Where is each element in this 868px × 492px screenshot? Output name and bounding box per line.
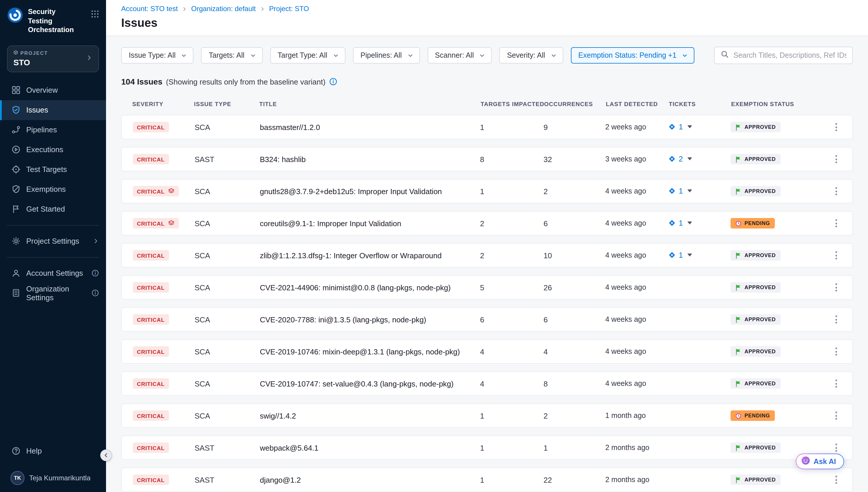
severity-label: CRITICAL [137,284,164,291]
ask-ai-button[interactable]: Ask AI [795,453,844,469]
ticket-expand-caret-icon[interactable] [687,253,692,256]
last-detected-cell: 2 weeks ago [605,123,668,131]
filter-issue-type[interactable]: Issue Type: All [121,47,194,64]
issue-title-link[interactable]: coreutils@9.1-1: Improper Input Validati… [260,219,480,228]
module-grid-icon[interactable] [91,10,99,20]
row-menu-button[interactable] [829,120,843,134]
row-menu-button[interactable] [829,313,843,326]
results-summary: 104 Issues (Showing results only from th… [121,77,853,86]
executions-icon [12,145,20,154]
severity-cell: CRITICAL [133,186,194,196]
ticket-link[interactable]: 1 [668,218,692,227]
table-row[interactable]: CRITICAL SCA CVE-2019-10746: mixin-deep@… [121,339,853,364]
ticket-link[interactable]: 1 [668,122,692,131]
ticket-link[interactable]: 2 [668,154,692,163]
targets-impacted-cell: 6 [480,315,544,324]
row-menu-button[interactable] [829,441,843,455]
breadcrumb-project[interactable]: Project: STO [269,5,309,13]
filter-target-type[interactable]: Target Type: All [270,47,345,64]
filter-pipelines[interactable]: Pipelines: All [353,47,420,64]
sidebar-item-executions[interactable]: Executions [0,140,106,160]
info-icon[interactable] [91,290,99,297]
row-menu-button[interactable] [829,248,843,262]
sidebar-item-account-settings[interactable]: Account Settings [0,264,106,283]
project-name: STO [14,58,86,67]
sidebar-item-label: Get Started [26,205,65,214]
row-menu-button[interactable] [829,184,843,198]
row-menu-button[interactable] [829,280,843,294]
exemption-status-cell: APPROVED [731,442,829,453]
user-menu[interactable]: TK Teja Kummarikuntla [0,466,106,485]
table-row[interactable]: CRITICAL SAST django@1.2 1 22 2 months a… [121,468,853,492]
sidebar-collapse-button[interactable] [100,449,112,461]
help-button[interactable]: Help [0,441,106,461]
table-row[interactable]: CRITICAL SCA swig//1.4.2 1 2 1 month ago… [121,403,853,428]
issue-title-link[interactable]: CVE-2021-44906: minimist@0.0.8 (lang-pkg… [260,283,480,292]
sidebar-item-issues[interactable]: Issues [0,100,106,120]
exemption-status-badge: APPROVED [731,442,780,453]
issue-title-link[interactable]: zlib@1:1.2.13.dfsg-1: Integer Overflow o… [260,251,480,260]
table-row[interactable]: CRITICAL SCA gnutls28@3.7.9-2+deb12u5: I… [121,179,853,203]
table-row[interactable]: CRITICAL SAST B324: hashlib 8 32 3 weeks… [121,147,853,171]
sidebar-item-exemptions[interactable]: Exemptions [0,179,106,199]
project-selector[interactable]: PROJECT STO [7,46,99,72]
issue-title-link[interactable]: CVE-2019-10746: mixin-deep@1.3.1 (lang-p… [260,347,480,356]
issue-title-link[interactable]: gnutls28@3.7.9-2+deb12u5: Improper Input… [260,187,480,196]
sidebar-item-label: Account Settings [26,269,83,278]
table-row[interactable]: CRITICAL SCA CVE-2021-44906: minimist@0.… [121,275,853,300]
row-menu-button[interactable] [829,345,843,359]
table-row[interactable]: CRITICAL SCA bassmaster//1.2.0 1 9 2 wee… [121,115,853,139]
issue-title-link[interactable]: CVE-2019-10747: set-value@0.4.3 (lang-pk… [260,379,480,388]
info-icon[interactable] [329,77,337,86]
row-menu-button[interactable] [829,216,843,230]
sidebar-item-organization-settings[interactable]: Organization Settings [0,283,106,303]
breadcrumb-organization[interactable]: Organization: default [191,5,256,13]
ticket-expand-caret-icon[interactable] [687,221,692,224]
breadcrumb-account[interactable]: Account: STO test [121,5,178,13]
severity-label: CRITICAL [137,156,164,162]
severity-badge: CRITICAL [133,250,169,261]
exemption-status-badge: APPROVED [731,474,780,485]
project-selector-label: PROJECT [20,50,48,56]
row-menu-button[interactable] [829,152,843,166]
info-icon[interactable] [91,270,99,277]
issue-title-link[interactable]: bassmaster//1.2.0 [260,123,480,131]
issue-title-link[interactable]: CVE-2020-7788: ini@1.3.5 (lang-pkgs, nod… [260,315,480,324]
issue-title-link[interactable]: swig//1.4.2 [260,411,480,420]
last-detected-cell: 3 weeks ago [605,155,668,163]
table-row[interactable]: CRITICAL SCA CVE-2020-7788: ini@1.3.5 (l… [121,307,853,332]
sidebar-item-test-targets[interactable]: Test Targets [0,160,106,179]
sidebar-item-project-settings[interactable]: Project Settings [0,231,106,251]
ticket-link[interactable]: 1 [668,186,692,195]
ticket-link[interactable]: 1 [668,250,692,259]
filter-label: Exemption Status: Pending +1 [578,51,676,59]
table-row[interactable]: CRITICAL SAST webpack@5.64.1 1 1 2 month… [121,436,853,460]
issue-title-link[interactable]: django@1.2 [260,475,480,484]
help-label: Help [26,446,42,455]
table-row[interactable]: CRITICAL SCA coreutils@9.1-1: Improper I… [121,211,853,236]
col-header-severity: SEVERITY [132,101,194,107]
search-box [714,47,853,64]
main-panel: Account: STO test Organization: default … [106,0,868,492]
filter-exemption-status[interactable]: Exemption Status: Pending +1 [571,47,694,64]
filter-severity[interactable]: Severity: All [500,47,563,64]
filter-scanner[interactable]: Scanner: All [427,47,492,64]
ticket-expand-caret-icon[interactable] [687,189,692,192]
ticket-expand-caret-icon[interactable] [687,125,692,128]
search-input[interactable] [733,51,846,59]
table-row[interactable]: CRITICAL SCA zlib@1:1.2.13.dfsg-1: Integ… [121,243,853,268]
issue-title-link[interactable]: webpack@5.64.1 [260,443,480,452]
ticket-expand-caret-icon[interactable] [687,157,692,160]
row-menu-button[interactable] [829,473,843,487]
table-row[interactable]: CRITICAL SCA CVE-2019-10747: set-value@0… [121,371,853,396]
filter-targets[interactable]: Targets: All [201,47,262,64]
severity-badge: CRITICAL [133,154,169,164]
approved-icon [735,316,742,323]
sidebar-item-get-started[interactable]: Get Started [0,199,106,219]
app-window: Security Testing Orchestration PROJECT S… [0,0,868,492]
sidebar-item-pipelines[interactable]: Pipelines [0,120,106,140]
issue-title-link[interactable]: B324: hashlib [260,155,480,164]
row-menu-button[interactable] [829,409,843,423]
sidebar-item-overview[interactable]: Overview [0,80,106,100]
row-menu-button[interactable] [829,376,843,391]
